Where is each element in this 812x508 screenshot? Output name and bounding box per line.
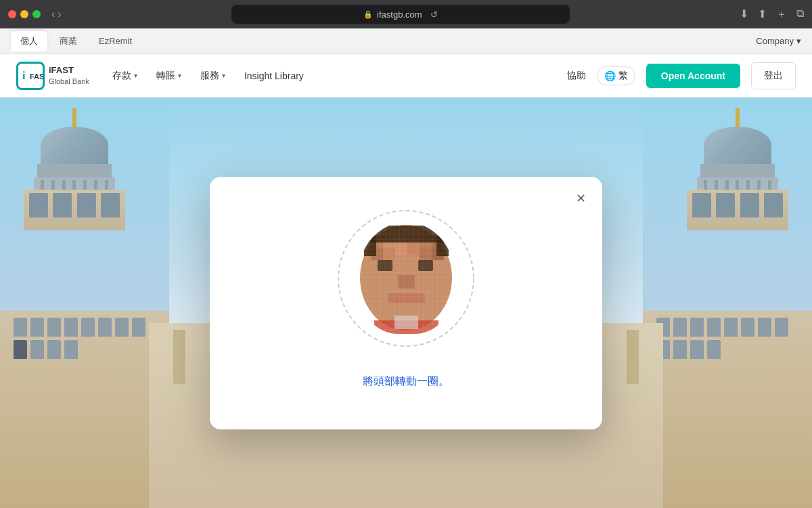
nav-transfer[interactable]: 轉賬 ▾: [155, 67, 183, 85]
window-controls: [8, 10, 41, 18]
chevron-savings-icon: ▾: [134, 72, 137, 79]
browser-actions: ⬇ ⬆ ＋ ⧉: [740, 7, 804, 22]
nav-services[interactable]: 服務 ▾: [199, 67, 227, 85]
tabs-icon[interactable]: ⧉: [796, 7, 804, 22]
face-image: [357, 222, 455, 334]
nav-insight-library[interactable]: Insight Library: [243, 68, 305, 84]
url-text: ifastgb.com: [377, 9, 422, 20]
modal-close-button[interactable]: ✕: [570, 188, 591, 209]
chevron-down-icon: ▾: [796, 36, 801, 46]
logo[interactable]: i FAST iFAST Global Bank: [16, 62, 89, 90]
tab-business[interactable]: 商業: [50, 31, 87, 51]
close-icon: ✕: [576, 191, 586, 206]
forward-button[interactable]: ›: [58, 8, 61, 20]
new-tab-icon[interactable]: ＋: [776, 7, 787, 22]
instruction-text: 將頭部轉動一圈。: [363, 375, 449, 389]
logo-icon: i FAST: [16, 62, 45, 90]
maximize-window-button[interactable]: [32, 10, 41, 18]
open-account-button[interactable]: Open Account: [646, 64, 740, 88]
close-window-button[interactable]: [8, 10, 16, 18]
logo-text: iFAST Global Bank: [49, 65, 89, 86]
chevron-services-icon: ▾: [222, 72, 225, 79]
browser-chrome: ‹ › 🔒 ifastgb.com ↺ ⬇ ⬆ ＋ ⧉: [0, 0, 812, 28]
nav-savings[interactable]: 存款 ▾: [111, 67, 139, 85]
main-nav: i FAST iFAST Global Bank 存款 ▾ 轉賬 ▾ 服務 ▾ …: [0, 54, 812, 98]
minimize-window-button[interactable]: [20, 10, 28, 18]
face-scan-modal: ✕: [210, 177, 602, 429]
chevron-transfer-icon: ▾: [178, 72, 181, 79]
svg-text:FAST: FAST: [30, 72, 43, 81]
modal-overlay: ✕: [0, 98, 812, 508]
reload-icon[interactable]: ↺: [430, 9, 438, 20]
share-icon[interactable]: ⬆: [758, 7, 767, 22]
back-button[interactable]: ‹: [51, 8, 55, 20]
svg-text:i: i: [22, 70, 26, 81]
face-scan-container: [338, 204, 474, 353]
company-selector[interactable]: Company ▾: [756, 36, 801, 46]
logout-button[interactable]: 登出: [751, 62, 796, 89]
tab-ezremit[interactable]: EzRemit: [89, 31, 141, 51]
tab-bar: 個人 商業 EzRemit Company ▾: [0, 28, 812, 54]
globe-icon: 🌐: [604, 70, 616, 81]
nav-arrows: ‹ ›: [51, 8, 62, 20]
tab-personal[interactable]: 個人: [11, 31, 47, 51]
address-bar[interactable]: 🔒 ifastgb.com ↺: [231, 5, 570, 24]
language-button[interactable]: 🌐 繁: [597, 66, 635, 85]
help-button[interactable]: 協助: [567, 70, 586, 82]
lock-icon: 🔒: [363, 10, 373, 19]
nav-right: 協助 🌐 繁 Open Account 登出: [567, 62, 796, 89]
download-icon[interactable]: ⬇: [740, 7, 748, 22]
hero-section: ✕: [0, 98, 812, 508]
